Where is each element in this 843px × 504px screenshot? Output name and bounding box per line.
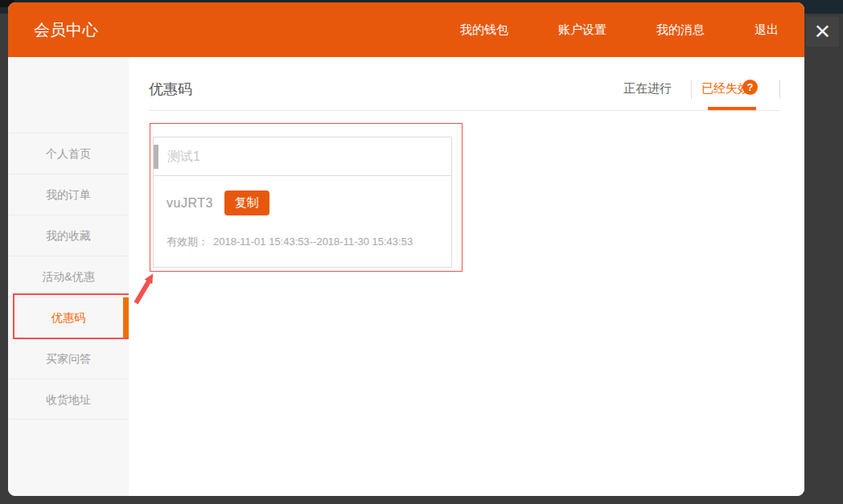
validity-value: 2018-11-01 15:43:53--2018-11-30 15:43:53 <box>213 236 413 248</box>
nav-my-wallet[interactable]: 我的钱包 <box>460 23 508 38</box>
validity-label: 有效期： <box>167 236 208 248</box>
nav-my-messages[interactable]: 我的消息 <box>656 23 705 38</box>
panel-header: 会员中心 我的钱包 账户设置 我的消息 退出 <box>8 2 804 57</box>
sidebar-item-shipping-address[interactable]: 收货地址 <box>8 379 129 420</box>
close-button[interactable]: × <box>806 17 839 47</box>
nav-logout[interactable]: 退出 <box>755 23 779 38</box>
coupon-name: 测试1 <box>154 137 451 176</box>
help-icon[interactable]: ? <box>742 80 758 95</box>
active-indicator-bar <box>123 297 129 338</box>
sidebar: 个人首页 我的订单 我的收藏 活动&优惠 优惠码 买家问答 收货地址 <box>8 57 129 496</box>
nav-account-settings[interactable]: 账户设置 <box>558 23 607 38</box>
sidebar-item-coupon-code[interactable]: 优惠码 <box>8 297 129 338</box>
coupon-card-header: 测试1 <box>154 137 451 176</box>
sidebar-item-label: 优惠码 <box>51 311 85 324</box>
sidebar-item-my-favorites[interactable]: 我的收藏 <box>8 215 129 256</box>
divider <box>149 110 780 111</box>
tab-separator <box>779 80 780 99</box>
coupon-validity: 有效期：2018-11-01 15:43:53--2018-11-30 15:4… <box>167 235 438 249</box>
coupon-code: vuJRT3 <box>167 196 213 211</box>
sidebar-item-activities-offers[interactable]: 活动&优惠 <box>8 256 129 297</box>
copy-button[interactable]: 复制 <box>224 191 269 215</box>
page-title: 会员中心 <box>34 2 98 57</box>
close-icon: × <box>815 17 831 44</box>
coupon-header-bar <box>154 145 158 169</box>
member-center-panel: 会员中心 我的钱包 账户设置 我的消息 退出 个人首页 我的订单 我的收藏 活动… <box>8 2 804 496</box>
coupon-card: 测试1 vuJRT3 复制 有效期：2018-11-01 15:43:53--2… <box>153 137 452 268</box>
sidebar-item-my-orders[interactable]: 我的订单 <box>8 174 129 215</box>
main-content: 优惠码 正在进行 已经失效 ? 测试1 vuJRT3 复制 有效期：2018-1… <box>129 57 804 496</box>
coupon-code-row: vuJRT3 复制 <box>167 191 438 215</box>
sidebar-item-personal-home[interactable]: 个人首页 <box>8 133 129 174</box>
annotation-arrow-icon <box>130 268 159 305</box>
coupon-card-body: vuJRT3 复制 有效期：2018-11-01 15:43:53--2018-… <box>154 176 451 249</box>
section-title: 优惠码 <box>149 80 192 99</box>
top-nav: 我的钱包 账户设置 我的消息 退出 <box>460 2 779 57</box>
tab-ongoing[interactable]: 正在进行 <box>623 81 672 96</box>
sidebar-item-buyer-qa[interactable]: 买家问答 <box>8 338 129 379</box>
active-tab-underline <box>708 107 756 110</box>
sidebar-menu: 个人首页 我的订单 我的收藏 活动&优惠 优惠码 买家问答 收货地址 <box>8 133 129 420</box>
tab-separator <box>691 80 692 99</box>
